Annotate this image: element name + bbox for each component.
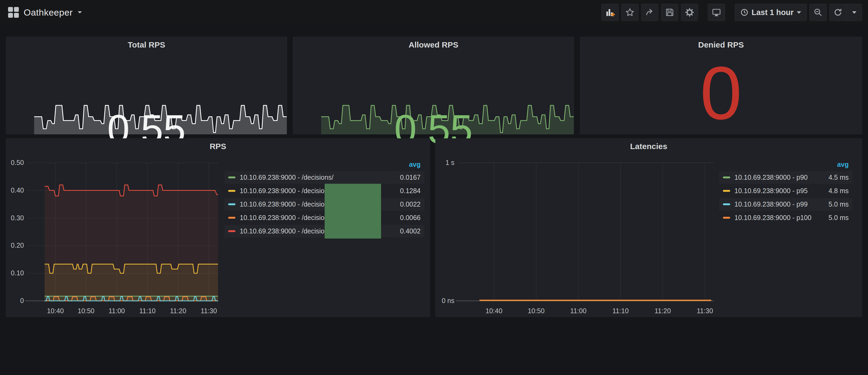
series-color-marker[interactable] [228, 230, 236, 232]
dashboard-grid-icon [8, 7, 19, 18]
svg-text:1 s: 1 s [445, 159, 455, 166]
svg-text:11:30: 11:30 [697, 307, 713, 315]
legend-avg-header: avg [719, 161, 852, 171]
svg-text:11:00: 11:00 [570, 307, 587, 315]
series-avg-value: 4.8 ms [823, 187, 849, 195]
svg-text:11:10: 11:10 [139, 307, 156, 315]
series-name[interactable]: 10.10.69.238:9000 - /decisions/ [240, 200, 334, 208]
navbar: Oathkeeper [0, 0, 868, 25]
series-color-marker[interactable] [228, 190, 236, 192]
series-avg-value: 5.0 ms [823, 200, 849, 208]
svg-text:10:50: 10:50 [528, 307, 545, 315]
svg-text:10:50: 10:50 [78, 307, 95, 315]
svg-text:0.20: 0.20 [11, 242, 24, 249]
panel-allowed-rps: Allowed RPS 0.55 [293, 37, 574, 134]
sparkline-allowed-rps [321, 100, 574, 134]
time-range-label: Last 1 hour [752, 8, 794, 17]
svg-text:0: 0 [20, 297, 24, 304]
search-minus-icon [813, 8, 823, 17]
series-name[interactable]: 10.10.69.238:9000 - /decisions/ [240, 214, 334, 222]
chevron-down-icon [797, 11, 801, 14]
legend-row: 10.10.69.238:9000 - p954.8 ms [719, 185, 852, 197]
series-color-marker[interactable] [228, 204, 236, 205]
series-color-marker[interactable] [228, 177, 236, 178]
panel-title[interactable]: Denied RPS [580, 40, 862, 50]
share-icon [645, 8, 654, 17]
series-avg-value: 0.1284 [395, 187, 421, 195]
svg-text:0 ns: 0 ns [442, 297, 455, 304]
save-button[interactable] [661, 4, 678, 21]
cycle-view-button[interactable] [708, 4, 725, 21]
chevron-down-icon [78, 11, 82, 13]
series-name[interactable]: 10.10.69.238:9000 - /decisions/ [240, 174, 334, 181]
sparkline-total-rps [34, 100, 287, 134]
series-color-marker[interactable] [723, 190, 730, 192]
svg-text:10:40: 10:40 [47, 307, 64, 315]
panel-title[interactable]: Allowed RPS [293, 40, 574, 50]
svg-text:11:20: 11:20 [170, 307, 186, 315]
panel-total-rps: Total RPS 0.55 [6, 37, 287, 134]
svg-text:0.10: 0.10 [11, 269, 24, 277]
series-avg-value: 0.0167 [395, 174, 421, 181]
legend-row: 10.10.69.238:9000 - /decisions/0.0167 [224, 171, 424, 184]
svg-text:0.50: 0.50 [11, 159, 24, 166]
legend-row: 10.10.69.238:9000 - /decisions/0.1284 [224, 185, 424, 197]
series-avg-value: 0.4002 [395, 227, 421, 235]
monitor-icon [712, 8, 721, 17]
legend-avg-header: avg [224, 161, 424, 171]
legend-row: 10.10.69.238:9000 - /decisions/0.0022 [224, 198, 424, 211]
latencies-legend: avg10.10.69.238:9000 - p904.5 ms10.10.69… [719, 161, 852, 225]
series-name[interactable]: 10.10.69.238:9000 - p100 [735, 214, 811, 222]
settings-button[interactable] [681, 4, 698, 21]
zoom-out-button[interactable] [809, 4, 827, 21]
save-icon [665, 8, 674, 17]
dashboard-title-dropdown[interactable]: Oathkeeper [8, 7, 82, 18]
gear-icon [685, 7, 694, 17]
series-name[interactable]: 10.10.69.238:9000 - /decisions/ [240, 187, 334, 195]
svg-text:10:40: 10:40 [486, 307, 502, 315]
series-color-marker[interactable] [228, 217, 236, 219]
svg-text:11:00: 11:00 [108, 307, 125, 315]
series-color-marker[interactable] [723, 217, 730, 219]
svg-text:11:30: 11:30 [201, 307, 217, 315]
refresh-interval-dropdown[interactable] [846, 4, 862, 21]
chevron-down-icon [852, 11, 857, 14]
legend-row: 10.10.69.238:9000 - p904.5 ms [719, 171, 852, 184]
rps-legend: avg10.10.69.238:9000 - /decisions/0.0167… [224, 161, 424, 238]
legend-row: 10.10.69.238:9000 - /decisions/0.0066 [224, 211, 424, 224]
panel-denied-rps: Denied RPS 0 [580, 37, 862, 134]
panel-latencies-graph: Latencies 1 s0 ns10:4010:5011:0011:1011:… [435, 138, 862, 317]
legend-row: 10.10.69.238:9000 - p1005.0 ms [719, 211, 852, 224]
refresh-button[interactable] [829, 4, 846, 21]
panel-title[interactable]: Total RPS [6, 40, 287, 50]
series-color-marker[interactable] [723, 177, 730, 178]
share-button[interactable] [641, 4, 658, 21]
series-avg-value: 4.5 ms [823, 174, 849, 181]
add-panel-button[interactable] [601, 4, 619, 21]
series-avg-value: 0.0066 [395, 214, 421, 222]
toolbar: Last 1 hour [599, 4, 862, 21]
clock-icon [740, 8, 748, 17]
stat-value-denied-rps: 0 [580, 55, 862, 130]
green-artifact-overlay [324, 184, 381, 239]
series-avg-value: 5.0 ms [823, 214, 849, 222]
series-color-marker[interactable] [723, 204, 730, 205]
svg-text:0.40: 0.40 [11, 186, 24, 194]
time-range-picker[interactable]: Last 1 hour [735, 4, 807, 21]
series-name[interactable]: 10.10.69.238:9000 - /decisions/ [240, 227, 334, 235]
legend-row: 10.10.69.238:9000 - /decisions/0.4002 [224, 225, 424, 238]
star-icon [625, 8, 634, 17]
series-avg-value: 0.0022 [395, 200, 421, 208]
svg-text:11:10: 11:10 [613, 307, 629, 315]
legend-row: 10.10.69.238:9000 - p995.0 ms [719, 198, 852, 211]
star-button[interactable] [621, 4, 639, 21]
page-title: Oathkeeper [24, 7, 73, 18]
series-name[interactable]: 10.10.69.238:9000 - p99 [735, 200, 808, 208]
series-name[interactable]: 10.10.69.238:9000 - p90 [735, 174, 808, 181]
series-name[interactable]: 10.10.69.238:9000 - p95 [735, 187, 808, 195]
refresh-icon [833, 8, 842, 17]
svg-text:0.30: 0.30 [11, 214, 24, 222]
svg-text:11:20: 11:20 [655, 307, 671, 315]
add-panel-icon [605, 7, 615, 17]
